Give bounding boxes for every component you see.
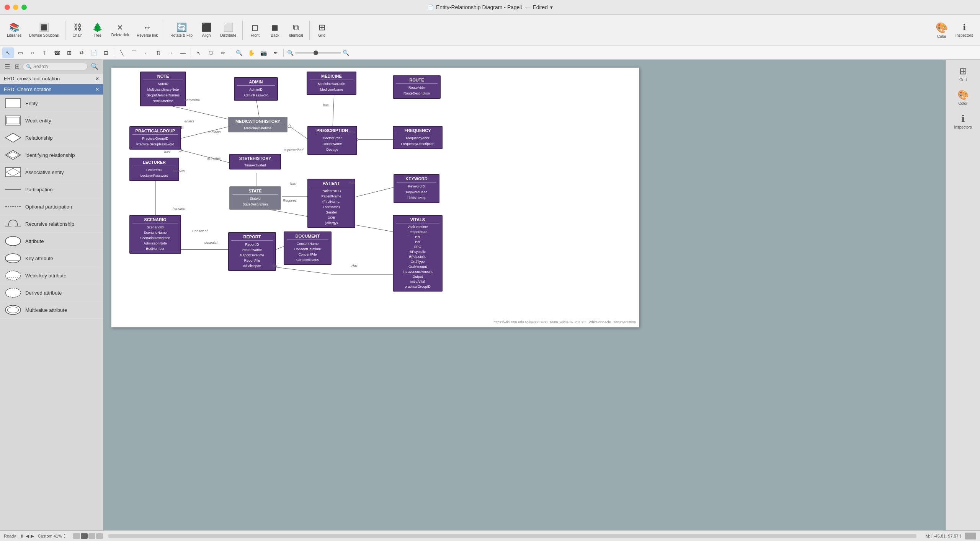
select-tool[interactable]: ↖ bbox=[2, 47, 14, 58]
toolbar-delete-link[interactable]: ✕ Delete link bbox=[108, 21, 132, 39]
grid-icon: ⊞ bbox=[318, 23, 325, 33]
zoom-slider[interactable] bbox=[295, 52, 341, 54]
shape-relationship[interactable]: Relationship bbox=[0, 129, 103, 147]
link-completes: completes bbox=[184, 98, 200, 101]
toolbar-back[interactable]: ◼ Back bbox=[266, 21, 284, 39]
entity-state[interactable]: STATE StateIdStateDescription bbox=[229, 186, 281, 210]
zoom-out-icon[interactable]: 🔍 bbox=[287, 50, 294, 56]
page-break-tool[interactable]: ⊟ bbox=[100, 47, 112, 58]
ellipse-tool[interactable]: ○ bbox=[27, 47, 38, 58]
erd-canvas[interactable]: NOTE NoteIDMultidisciplinaryNoteGropuMem… bbox=[111, 67, 639, 328]
sidebar-search-btn[interactable]: 🔍 bbox=[89, 62, 100, 71]
free-draw-tool[interactable]: ✏ bbox=[217, 47, 229, 58]
toolbar-reverse-link[interactable]: ↔ Reverse link bbox=[134, 21, 161, 39]
minimize-button[interactable] bbox=[13, 5, 18, 10]
entity-scenario[interactable]: SCENARIO ScenarioIDScenarioNameScenarioD… bbox=[129, 215, 181, 254]
entity-route[interactable]: ROUTE RouteAbbrRouteDescription bbox=[393, 75, 441, 99]
shape-participation[interactable]: Participation bbox=[0, 181, 103, 198]
entity-document[interactable]: DOCUMENT ConsentNameConsentDatetimeConce… bbox=[284, 231, 332, 265]
entity-medhistory[interactable]: MEDICATIONHISTORY MedicineDatetime bbox=[228, 117, 287, 132]
titlebar: 📄 Entity-Relationship Diagram - Page1 — … bbox=[0, 0, 980, 15]
view-btn-2[interactable] bbox=[81, 533, 88, 539]
zoom-in-tool[interactable]: 🔍 bbox=[233, 47, 245, 58]
toolbar-grid[interactable]: ⊞ Grid bbox=[313, 21, 331, 39]
horizontal-scrollbar[interactable] bbox=[108, 534, 916, 538]
library-crows-foot[interactable]: ERD, crow's foot notation ✕ bbox=[0, 73, 103, 84]
search-input[interactable] bbox=[33, 64, 84, 69]
elbow-tool[interactable]: ⌐ bbox=[140, 47, 152, 58]
pen-tool[interactable]: ✒ bbox=[270, 47, 281, 58]
arrow-tool[interactable]: → bbox=[165, 47, 176, 58]
bezier-tool[interactable]: ∿ bbox=[193, 47, 204, 58]
toolbar-chain[interactable]: ⛓ Chain bbox=[69, 21, 87, 39]
toolbar-libraries[interactable]: 📚 Libraries bbox=[4, 21, 24, 39]
color-panel-btn[interactable]: 🎨 Color bbox=[948, 87, 978, 108]
sidebar-search[interactable]: 🔍 bbox=[23, 63, 88, 70]
entity-patient[interactable]: PATIENT PatientNRICPatientName(FirstName… bbox=[307, 179, 355, 228]
close-chens[interactable]: ✕ bbox=[95, 87, 99, 92]
entity-keyword[interactable]: KEYWORD KeywordIDKeywordDescFieldsToMap bbox=[394, 174, 439, 203]
entity-statehistory[interactable]: STETEHISTORY TimeActivated bbox=[229, 154, 281, 169]
toolbar-color[interactable]: 🎨 Color bbox=[933, 20, 951, 40]
toolbar-tree[interactable]: 🌲 Tree bbox=[88, 21, 107, 39]
next-page-btn[interactable]: ▶ bbox=[31, 533, 34, 539]
view-btn-3[interactable] bbox=[88, 533, 95, 539]
toolbar-rotate-flip[interactable]: 🔄 Rotate & Flip bbox=[167, 21, 196, 39]
canvas-area[interactable]: NOTE NoteIDMultidisciplinaryNoteGropuMem… bbox=[103, 60, 946, 530]
page-tool[interactable]: 📄 bbox=[88, 47, 100, 58]
toolbar-align[interactable]: ⬛ Align bbox=[197, 21, 216, 39]
prev-page-btn[interactable]: ◀ bbox=[26, 533, 29, 539]
inspectors-panel-btn[interactable]: ℹ Inspectors bbox=[948, 111, 978, 132]
toolbar-browse[interactable]: 🔳 Browse Solutions bbox=[26, 21, 62, 39]
toolbar-identical[interactable]: ⧉ Identical bbox=[286, 21, 306, 39]
snapshot-tool[interactable]: 📷 bbox=[258, 47, 269, 58]
shape-entity[interactable]: Entity bbox=[0, 95, 103, 112]
curved-tool[interactable]: ⌒ bbox=[128, 47, 140, 58]
entity-medicine[interactable]: MEDICINE MedicineBarCodeMedicineName bbox=[307, 72, 356, 95]
shape-recursive-rel[interactable]: Recursive relationship bbox=[0, 215, 103, 233]
shape-attribute[interactable]: Attribute bbox=[0, 233, 103, 250]
entity-practicalgroup[interactable]: PRACTICALGROUP PracticalGroupIDPractical… bbox=[129, 126, 181, 150]
shape-multivalue-attr[interactable]: Multivalue attribute bbox=[0, 301, 103, 319]
shape-key-attr[interactable]: Key attribute bbox=[0, 250, 103, 267]
toolbar-distribute[interactable]: ⬜ Distribute bbox=[217, 21, 239, 39]
shape-identifying-rel[interactable]: Identifying relationship bbox=[0, 147, 103, 164]
maximize-button[interactable] bbox=[21, 5, 27, 10]
connect-tool[interactable]: ╲ bbox=[116, 47, 127, 58]
double-connect-tool[interactable]: ⇅ bbox=[153, 47, 164, 58]
entity-prescription[interactable]: PRESCRIPTION DoctorOrderDoctorNameDosage bbox=[307, 126, 357, 155]
close-button[interactable] bbox=[5, 5, 10, 10]
toolbar-front[interactable]: ◻ Front bbox=[246, 21, 264, 39]
sidebar-grid-icon[interactable]: ⊞ bbox=[13, 62, 21, 71]
text-tool[interactable]: T bbox=[39, 47, 51, 58]
subdiagram-tool[interactable]: ⧉ bbox=[76, 47, 87, 58]
entity-admin[interactable]: ADMIN AdminIDAdminPassword bbox=[234, 77, 278, 101]
resize-handle[interactable] bbox=[965, 533, 976, 539]
library-chens[interactable]: ERD, Chen's notation ✕ bbox=[0, 84, 103, 95]
entity-lecturer[interactable]: LECTURER LecturerIDLecturerPassword bbox=[129, 158, 179, 181]
callout-tool[interactable]: ☎ bbox=[51, 47, 63, 58]
shape-associative[interactable]: Associative entity bbox=[0, 164, 103, 181]
shape-optional-part[interactable]: Optional participation bbox=[0, 198, 103, 215]
grid-panel-btn[interactable]: ⊞ Grid bbox=[948, 64, 978, 84]
shape-derived-attr[interactable]: Derived attribute bbox=[0, 284, 103, 301]
table-tool[interactable]: ⊞ bbox=[64, 47, 75, 58]
toolbar-inspectors[interactable]: ℹ Inspectors bbox=[952, 21, 976, 39]
close-crows-foot[interactable]: ✕ bbox=[95, 76, 99, 81]
sidebar-menu-icon[interactable]: ☰ bbox=[3, 62, 11, 71]
pause-icon[interactable]: ⏸ bbox=[20, 534, 24, 538]
pan-tool[interactable]: ✋ bbox=[245, 47, 257, 58]
zoom-in-icon[interactable]: 🔍 bbox=[343, 50, 349, 56]
entity-vitals[interactable]: VITALS VitalDatetimeTemperatureRRHRSPOBP… bbox=[393, 215, 443, 292]
entity-frequency[interactable]: FREQUENCY FrequencyAbbrFrequencyDescript… bbox=[393, 126, 443, 149]
polygon-tool[interactable]: ⬡ bbox=[205, 47, 217, 58]
entity-report[interactable]: REPORT ReportIDReportNameRaportDatetimeR… bbox=[228, 232, 276, 271]
view-btn-1[interactable] bbox=[73, 533, 80, 539]
zoom-stepper[interactable]: ▲ ▼ bbox=[64, 533, 66, 539]
shape-weak-key-attr[interactable]: Weak key attribute bbox=[0, 267, 103, 284]
rect-tool[interactable]: ▭ bbox=[15, 47, 26, 58]
line-tool[interactable]: — bbox=[177, 47, 189, 58]
entity-note[interactable]: NOTE NoteIDMultidisciplinaryNoteGropuMem… bbox=[140, 72, 186, 106]
shape-weak-entity[interactable]: Weak entity bbox=[0, 112, 103, 129]
view-btn-4[interactable] bbox=[96, 533, 103, 539]
